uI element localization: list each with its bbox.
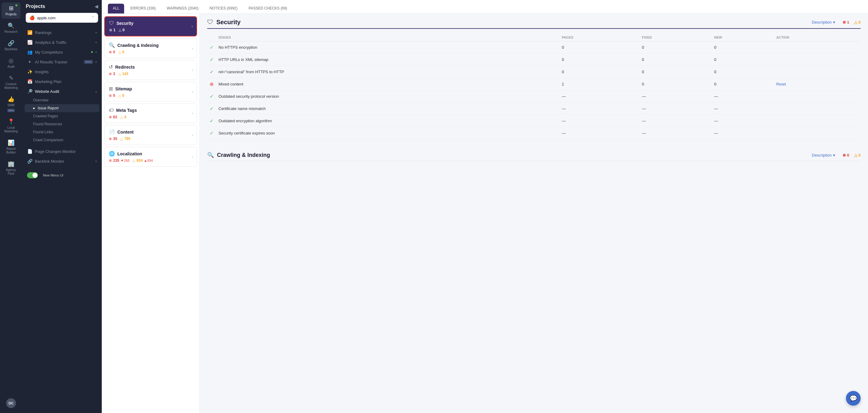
issue-pages-cell: 1 [559, 78, 639, 90]
sidebar-item-projects[interactable]: ⊞ Projects [2, 2, 21, 19]
sidebar-item-agency-pack[interactable]: 🏢 Agency Pack [2, 158, 21, 178]
redirects-warning-icon: △ [118, 72, 121, 76]
col-pages-header: PAGES [559, 34, 639, 41]
crawling-description-label: Description [812, 153, 832, 157]
description-button[interactable]: Description ▾ [812, 20, 835, 25]
issue-action-cell [774, 90, 861, 103]
audit-card-redirects[interactable]: ↺ Redirects ⊗ 3 △ 143 › [104, 60, 197, 80]
col-issues-header: ISSUES [216, 34, 559, 41]
col-new-header: NEW [712, 34, 774, 41]
issue-action-cell [774, 115, 861, 127]
ai-tracker-icon: ✦ [27, 59, 32, 64]
security-total-warnings: △ 0 [854, 20, 861, 25]
nav-item-analytics-traffic[interactable]: 📈 Analytics & Traffic ▾ [22, 37, 102, 47]
tab-errors[interactable]: ERRORS (336) [125, 4, 161, 13]
ai-tracker-chevron-icon: ▾ [95, 60, 97, 64]
domain-icon: 🍎 [29, 15, 35, 20]
localization-card-stats: ⊗ 235 ▼256 △ 934 ▲934 [109, 158, 192, 163]
nav-sub-item-found-resources[interactable]: Found Resources [22, 120, 102, 128]
nav-sub-item-crawled-pages[interactable]: Crawled Pages [22, 112, 102, 120]
nav-item-my-competitors[interactable]: 👥 My Competitors ▾ [22, 47, 102, 57]
redirects-warning-count: 143 [122, 72, 128, 76]
audit-card-content[interactable]: 📄 Content ⊗ 35 △ 795 › [104, 125, 197, 145]
tab-all[interactable]: ALL [108, 4, 124, 13]
nav-sub-item-crawl-comparison[interactable]: Crawl Comparison [22, 136, 102, 144]
nav-item-insights[interactable]: ✨ Insights [22, 67, 102, 76]
crawling-total-warnings: △ 0 [854, 153, 861, 157]
redirects-card-icon: ↺ [109, 64, 113, 70]
sidebar-item-audit[interactable]: ◎ Audit [2, 55, 21, 71]
localization-error-icon: ⊗ [109, 158, 112, 163]
rankings-chevron-icon: ▾ [95, 31, 97, 34]
user-avatar[interactable]: DC [6, 398, 16, 408]
report-builder-icon: 📊 [8, 139, 14, 146]
website-audit-label: Website Audit [35, 89, 93, 94]
nav-item-backlink-monitor[interactable]: 🔗 Backlink Monitor ▾ [22, 156, 102, 166]
nav-sub-item-overview[interactable]: Overview [22, 96, 102, 104]
redirects-error-icon: ⊗ [109, 72, 112, 76]
audit-card-security[interactable]: 🛡 Security ⊗ 1 △ 0 › [104, 16, 197, 36]
backlink-monitor-label: Backlink Monitor [35, 159, 93, 164]
localization-card-chevron-icon: › [192, 155, 193, 159]
research-label: Research [5, 30, 18, 34]
nav-item-marketing-plan[interactable]: 📅 Marketing Plan [22, 76, 102, 86]
issue-new-cell: — [712, 90, 774, 103]
sidebar-item-backlinks[interactable]: 🔗 Backlinks [2, 37, 21, 54]
content-warning-stat: △ 795 [120, 137, 130, 141]
competitors-chevron-icon: ▾ [95, 51, 97, 54]
sitemap-card-chevron-icon: › [192, 90, 193, 94]
tab-notices[interactable]: NOTICES (6992) [205, 4, 242, 13]
projects-icon: ⊞ [9, 5, 13, 12]
crawling-card-stats: ⊗ 0 △ 0 [109, 50, 192, 54]
tab-warnings[interactable]: WARNINGS (2040) [162, 4, 204, 13]
nav-sub-item-issue-report[interactable]: Issue Report [25, 104, 99, 112]
projects-header: Projects ◀ [22, 4, 102, 13]
backlinks-icon: 🔗 [8, 40, 14, 46]
crawling-warning-count: 0 [122, 50, 124, 54]
sidebar-item-local-marketing[interactable]: 📍 Local Marketing [2, 116, 21, 136]
meta-tags-error-stat: ⊗ 62 [109, 115, 117, 119]
issue-fixed-cell: — [639, 103, 712, 115]
issue-status-cell: ⊗ [207, 78, 216, 90]
meta-tags-card-title: Meta Tags [116, 108, 137, 113]
nav-sub-item-found-links[interactable]: Found Links [22, 128, 102, 136]
audit-card-sitemap[interactable]: ⊞ Sitemap ⊗ 0 △ 0 › [104, 82, 197, 102]
new-menu-ui-toggle[interactable] [27, 172, 38, 178]
meta-tags-warning-count: 4 [124, 115, 126, 119]
rankings-label: Rankings [35, 30, 93, 35]
crawling-error-icon: ⊗ [109, 50, 112, 54]
nav-item-ai-results-tracker[interactable]: ✦ AI Results Tracker Beta ▾ [22, 57, 102, 67]
sidebar-item-report-builder[interactable]: 📊 Report Builder [2, 137, 21, 157]
marketing-plan-icon: 📅 [27, 79, 32, 84]
issue-new-cell: 0 [712, 66, 774, 78]
sidebar-item-smm[interactable]: 👍 SMM Beta [2, 93, 21, 115]
issue-fixed-cell: — [639, 115, 712, 127]
collapse-sidebar-button[interactable]: ◀ [95, 4, 98, 9]
error-count-value: 1 [847, 20, 849, 25]
crawling-description-button[interactable]: Description ▾ [812, 153, 835, 157]
audit-card-crawling[interactable]: 🔍 Crawling & Indexing ⊗ 0 △ 0 › [104, 38, 197, 58]
crawling-warning-stat: △ 0 [118, 50, 124, 54]
issue-fixed-cell: 0 [639, 78, 712, 90]
content-warning-icon: △ [120, 137, 123, 141]
audit-card-localization[interactable]: 🌐 Localization ⊗ 235 ▼256 △ 934 ▲934 › [104, 147, 197, 167]
audit-card-meta-tags[interactable]: 🏷 Meta Tags ⊗ 62 △ 4 › [104, 103, 197, 123]
chat-fab-button[interactable]: 💬 [846, 391, 861, 406]
issue-status-cell: ✓ [207, 115, 216, 127]
tab-passed[interactable]: PASSED CHECKS (69) [244, 4, 292, 13]
status-ok-icon: ✓ [210, 94, 214, 99]
nav-item-website-audit[interactable]: 🔎 Website Audit ▴ [22, 86, 102, 96]
nav-item-page-changes-monitor[interactable]: 📄 Page Changes Monitor [22, 147, 102, 156]
warning-count-value: 0 [859, 20, 861, 25]
table-row: ✓ Outdated encryption algorithm — — — [207, 115, 861, 127]
domain-selector[interactable]: 🍎 apple.com ⌃ [26, 13, 98, 23]
sitemap-warning-count: 0 [122, 93, 124, 98]
reset-action-button[interactable]: Reset [776, 82, 786, 86]
crawling-title-area: 🔍 Crawling & Indexing [207, 152, 270, 158]
content-card-chevron-icon: › [192, 133, 193, 137]
redirects-warning-stat: △ 143 [118, 72, 128, 76]
sidebar-item-content-marketing[interactable]: ✎ Content Marketing [2, 72, 21, 92]
crawling-error-count: 0 [847, 153, 849, 157]
nav-item-rankings[interactable]: 📶 Rankings ▾ [22, 28, 102, 37]
sidebar-item-research[interactable]: 🔍 Research [2, 20, 21, 36]
